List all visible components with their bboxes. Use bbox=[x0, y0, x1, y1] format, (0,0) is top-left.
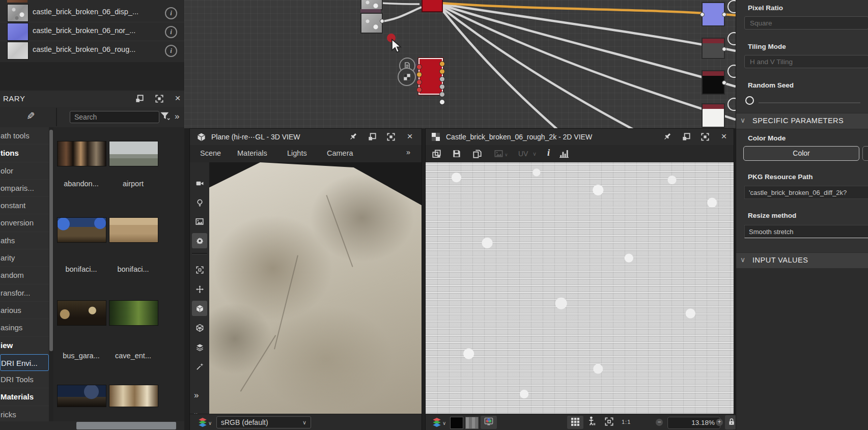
menu-overflow-chevron-icon[interactable]: » bbox=[406, 148, 410, 156]
tiling-grid-button[interactable] bbox=[567, 416, 583, 429]
thumbnail-label[interactable]: bonifaci... bbox=[57, 265, 105, 273]
mannequin-scale-icon[interactable] bbox=[587, 416, 596, 427]
category-item[interactable]: onversion bbox=[0, 214, 49, 232]
category-scrollbar[interactable] bbox=[49, 127, 53, 430]
info-icon[interactable]: i bbox=[165, 45, 177, 57]
thumbnail-label[interactable]: cave_ent... bbox=[109, 352, 157, 360]
thumbnail-label[interactable]: airport bbox=[109, 180, 157, 188]
copy-icon[interactable] bbox=[473, 150, 482, 158]
maximize-window-icon[interactable] bbox=[701, 133, 709, 141]
actual-size-icon[interactable]: 1:1 bbox=[622, 419, 631, 425]
category-item[interactable]: aths bbox=[0, 232, 49, 249]
thumbnail-label[interactable]: bus_gara... bbox=[57, 352, 105, 360]
view3d-titlebar[interactable]: Plane (hi-re⋯GL - 3D VIEW × bbox=[190, 129, 422, 146]
node-graph-canvas[interactable] bbox=[184, 0, 736, 128]
toolbar-overflow-chevron-icon[interactable]: » bbox=[194, 390, 199, 400]
view2d-texture-canvas[interactable] bbox=[426, 162, 734, 414]
zoom-level-field[interactable]: 13.18% bbox=[667, 417, 720, 429]
wireframe-mesh-icon[interactable] bbox=[192, 320, 207, 335]
graph-node-blend-top[interactable] bbox=[422, 0, 443, 12]
pixel-ratio-dropdown[interactable]: Square bbox=[744, 16, 868, 30]
filter-funnel-icon[interactable] bbox=[160, 111, 170, 121]
graph-output-node-white[interactable] bbox=[702, 103, 725, 128]
colorspace-chevron-icon[interactable]: ∨ bbox=[208, 420, 212, 426]
save-icon[interactable] bbox=[453, 150, 461, 158]
category-item[interactable]: asings bbox=[0, 319, 49, 336]
zoom-out-button[interactable]: − bbox=[656, 419, 663, 426]
uv-dropdown-chevron-icon[interactable]: ∨ bbox=[533, 151, 537, 157]
scrollbar-thumb[interactable] bbox=[76, 422, 176, 429]
category-item[interactable]: arity bbox=[0, 249, 49, 267]
hdri-thumbnail[interactable] bbox=[109, 217, 158, 243]
resize-method-dropdown[interactable]: Smooth stretch bbox=[744, 225, 868, 238]
search-input[interactable] bbox=[70, 111, 159, 123]
category-item[interactable]: onstant bbox=[0, 197, 49, 214]
category-item[interactable]: ath tools bbox=[0, 127, 49, 145]
float-window-icon[interactable] bbox=[682, 133, 690, 141]
solid-mesh-icon[interactable] bbox=[192, 301, 207, 316]
uv-mode-label[interactable]: UV bbox=[518, 150, 528, 158]
node-badge-checker-icon[interactable] bbox=[398, 68, 416, 86]
pin-icon[interactable] bbox=[663, 133, 671, 141]
file-row[interactable]: castle_brick_broken_06_disp_... i bbox=[0, 3, 184, 22]
float-window-icon[interactable] bbox=[135, 95, 144, 103]
information-icon[interactable]: i bbox=[547, 148, 550, 158]
view3d-viewport[interactable] bbox=[209, 162, 422, 414]
edit-pencil-icon[interactable]: ✎ bbox=[26, 110, 35, 122]
grayscale-mode-button[interactable] bbox=[862, 146, 868, 161]
pin-icon[interactable] bbox=[349, 133, 357, 141]
move-axes-icon[interactable] bbox=[192, 281, 207, 297]
graph-node-selected[interactable] bbox=[418, 58, 443, 95]
fit-to-view-icon[interactable] bbox=[605, 417, 613, 427]
graph-output-node-black[interactable] bbox=[702, 70, 725, 95]
category-item[interactable]: Materials bbox=[0, 388, 49, 406]
colorspace-layers-icon[interactable] bbox=[198, 418, 207, 427]
file-thumbnail-displacement[interactable] bbox=[7, 4, 29, 22]
close-icon[interactable]: × bbox=[720, 133, 728, 141]
category-item[interactable]: omparis... bbox=[0, 180, 49, 197]
magic-wand-icon[interactable] bbox=[192, 359, 207, 374]
float-window-icon[interactable] bbox=[368, 133, 376, 141]
file-thumbnail-normal[interactable] bbox=[7, 23, 29, 41]
close-icon[interactable]: × bbox=[406, 133, 414, 141]
tiling-mode-dropdown[interactable]: H and V Tiling bbox=[744, 55, 868, 68]
file-name[interactable]: castle_brick_broken_06_roug... bbox=[33, 45, 160, 53]
menu-materials[interactable]: Materials bbox=[237, 149, 267, 157]
file-thumbnail-partial[interactable] bbox=[7, 0, 27, 3]
duplicate-icon[interactable] bbox=[432, 150, 441, 158]
fit-view-icon[interactable] bbox=[192, 262, 207, 277]
category-item[interactable]: olor bbox=[0, 162, 49, 180]
file-name[interactable]: castle_brick_broken_06_disp_... bbox=[33, 8, 160, 16]
hdri-thumbnail[interactable] bbox=[109, 300, 158, 326]
category-item[interactable]: ricks bbox=[0, 406, 49, 423]
category-item[interactable]: ransfor... bbox=[0, 284, 49, 302]
menu-scene[interactable]: Scene bbox=[200, 149, 221, 157]
menu-lights[interactable]: Lights bbox=[287, 149, 307, 157]
category-item-selected[interactable]: DRI Envi... bbox=[0, 354, 49, 371]
thumbnail-label[interactable]: bonifaci... bbox=[109, 265, 157, 273]
category-item[interactable]: iew bbox=[0, 337, 49, 354]
image-refresh-icon[interactable] bbox=[494, 150, 503, 158]
colorspace-dropdown[interactable]: sRGB (default) ∨ bbox=[216, 416, 311, 428]
light-bulb-icon[interactable] bbox=[192, 195, 207, 210]
maximize-window-icon[interactable] bbox=[155, 95, 163, 103]
random-seed-slider-track[interactable] bbox=[759, 102, 860, 103]
category-item[interactable]: andom bbox=[0, 267, 49, 284]
graph-node-output-dot[interactable] bbox=[380, 19, 384, 23]
hdri-thumbnail[interactable] bbox=[57, 217, 106, 243]
toolbar-overflow-chevron-icon[interactable]: » bbox=[175, 111, 179, 122]
hdri-thumbnail[interactable] bbox=[57, 300, 106, 326]
category-item[interactable]: tions bbox=[0, 145, 49, 162]
library-horizontal-scrollbar[interactable] bbox=[0, 421, 184, 430]
background-swatch-black[interactable] bbox=[450, 417, 463, 429]
histogram-icon[interactable] bbox=[559, 149, 569, 158]
hdri-thumbnail[interactable] bbox=[57, 141, 106, 166]
display-settings-gear-icon[interactable] bbox=[192, 233, 207, 248]
graph-output-node-gray[interactable] bbox=[702, 38, 725, 59]
zoom-in-button[interactable]: + bbox=[716, 419, 723, 426]
hdri-thumbnail[interactable] bbox=[109, 385, 158, 407]
info-icon[interactable]: i bbox=[165, 7, 177, 19]
graph-output-node-normal[interactable] bbox=[702, 2, 725, 26]
thumbnail-label[interactable]: abandon... bbox=[57, 180, 105, 188]
layers-icon[interactable] bbox=[192, 339, 207, 355]
